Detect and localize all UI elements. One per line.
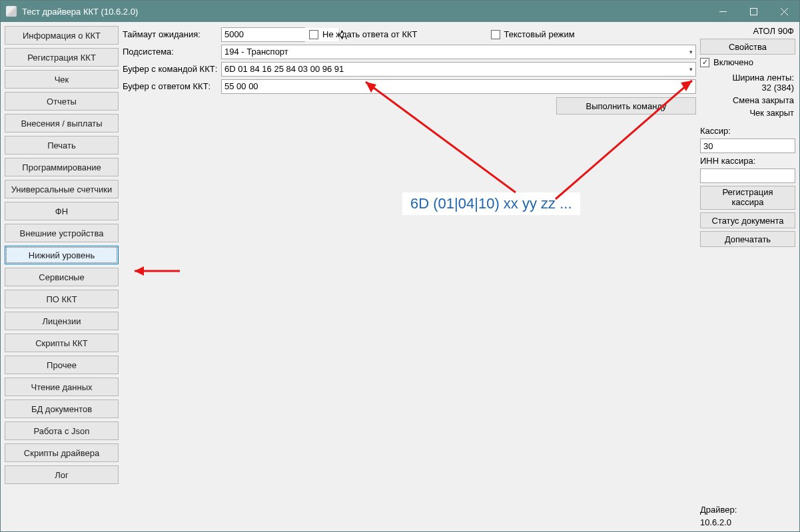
timeout-spinbox[interactable]: ▲ ▼ [221, 27, 305, 42]
enabled-checkbox[interactable] [700, 58, 709, 67]
cashier-label: Кассир: [700, 126, 795, 136]
sidebar-item-service[interactable]: Сервисные [5, 268, 119, 286]
window-title: Тест драйвера ККТ (10.6.2.0) [22, 7, 138, 17]
cashier-inn-label: ИНН кассира: [700, 156, 795, 166]
sidebar-item-licenses[interactable]: Лицензии [5, 312, 119, 330]
right-panel: АТОЛ 90Ф Свойства Включено Ширина ленты:… [700, 26, 795, 527]
sidebar-item-counters[interactable]: Универсальные счетчики [5, 180, 119, 198]
enabled-label: Включено [713, 57, 753, 67]
sidebar: Информация о ККТ Регистрация ККТ Чек Отч… [5, 26, 119, 527]
textmode-checkbox[interactable] [491, 30, 500, 39]
register-cashier-button[interactable]: Регистрация кассира [700, 186, 795, 210]
textmode-checkbox-wrap[interactable]: Текстовый режим [491, 29, 575, 39]
resp-buffer-value: 55 00 00 [224, 81, 258, 91]
sidebar-item-programming[interactable]: Программирование [5, 158, 119, 176]
chevron-down-icon: ▾ [689, 49, 693, 55]
subsystem-select[interactable]: 194 - Транспорт ▾ [221, 45, 696, 59]
tape-width-value: 32 (384) [700, 83, 795, 93]
svg-marker-9 [135, 266, 144, 276]
sidebar-item-print[interactable]: Печать [5, 136, 119, 154]
sidebar-item-devices[interactable]: Внешние устройства [5, 224, 119, 242]
nowait-checkbox-wrap[interactable]: Не ждать ответа от ККТ [309, 29, 418, 39]
sidebar-item-reports[interactable]: Отчеты [5, 92, 119, 111]
sidebar-item-fn[interactable]: ФН [5, 202, 119, 220]
cmd-buffer-label: Буфер с командой ККТ: [123, 64, 221, 74]
device-model: АТОЛ 90Ф [700, 26, 795, 36]
cashier-inn-input[interactable] [700, 168, 795, 183]
resp-buffer-label: Буфер с ответом ККТ: [123, 81, 221, 91]
sidebar-item-scripts-driver[interactable]: Скрипты драйвера [5, 443, 119, 462]
sidebar-item-firmware[interactable]: ПО ККТ [5, 290, 119, 308]
nowait-checkbox[interactable] [309, 30, 318, 39]
driver-version: 10.6.2.0 [700, 517, 795, 527]
sidebar-item-db-docs[interactable]: БД документов [5, 399, 119, 418]
sidebar-item-log[interactable]: Лог [5, 465, 119, 484]
window-controls [707, 1, 799, 22]
sidebar-item-json[interactable]: Работа с Json [5, 421, 119, 440]
sidebar-item-other[interactable]: Прочее [5, 356, 119, 374]
app-icon [6, 6, 17, 17]
svg-rect-1 [750, 8, 757, 15]
sidebar-item-scripts-kkt[interactable]: Скрипты ККТ [5, 334, 119, 352]
nowait-label: Не ждать ответа от ККТ [322, 29, 418, 39]
maximize-button[interactable] [738, 1, 769, 22]
execute-command-button[interactable]: Выполнить команду [556, 97, 696, 115]
close-button[interactable] [769, 1, 799, 22]
doc-status-button[interactable]: Статус документа [700, 212, 795, 228]
driver-label: Драйвер: [700, 505, 795, 515]
resp-buffer-input[interactable]: 55 00 00 [221, 79, 696, 94]
cmd-buffer-value: 6D 01 84 16 25 84 03 00 96 91 [224, 64, 344, 74]
properties-button[interactable]: Свойства [700, 39, 795, 55]
textmode-label: Текстовый режим [504, 29, 575, 39]
reprint-button[interactable]: Допечатать [700, 231, 795, 247]
cashier-input[interactable]: 30 [700, 138, 795, 153]
chevron-down-icon: ▾ [689, 66, 693, 73]
sidebar-item-read-data[interactable]: Чтение данных [5, 378, 119, 396]
sidebar-item-payments[interactable]: Внесения / выплаты [5, 114, 119, 133]
enabled-checkbox-wrap[interactable]: Включено [700, 57, 795, 67]
sidebar-item-registration[interactable]: Регистрация ККТ [5, 48, 119, 67]
sidebar-item-info[interactable]: Информация о ККТ [5, 26, 119, 45]
annotation-text: 6D (01|04|10) xx yy zz ... [402, 192, 580, 215]
subsystem-label: Подсистема: [123, 47, 221, 57]
cmd-buffer-input[interactable]: 6D 01 84 16 25 84 03 00 96 91 ▾ [221, 62, 696, 77]
sidebar-item-lowlevel[interactable]: Нижний уровень [5, 246, 119, 264]
main-panel: Таймаут ожидания: ▲ ▼ Не ждать ответа от… [123, 26, 696, 527]
minimize-button[interactable] [707, 1, 738, 22]
timeout-label: Таймаут ожидания: [123, 29, 221, 39]
titlebar: Тест драйвера ККТ (10.6.2.0) [1, 1, 799, 22]
check-status: Чек закрыт [700, 108, 795, 118]
subsystem-value: 194 - Транспорт [224, 47, 288, 57]
tape-width-label: Ширина ленты: [700, 73, 795, 83]
shift-status: Смена закрыта [700, 95, 795, 105]
sidebar-item-check[interactable]: Чек [5, 70, 119, 89]
